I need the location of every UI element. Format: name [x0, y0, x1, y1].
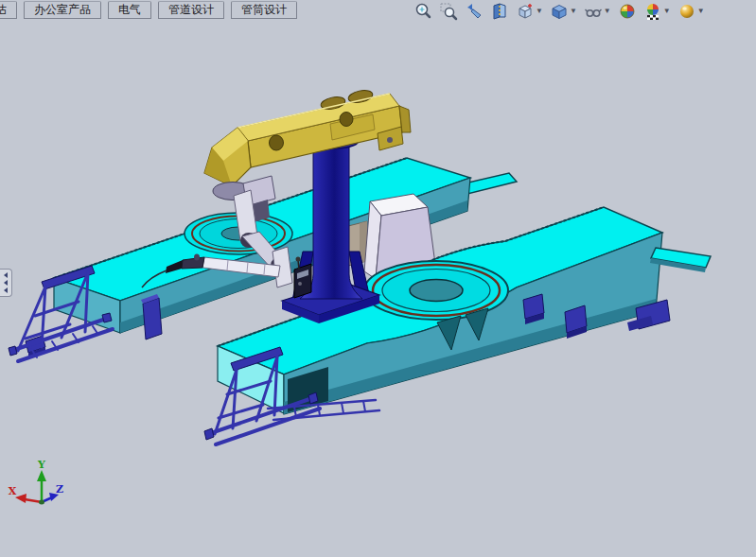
previous-view-button[interactable] [464, 1, 484, 22]
zoom-to-area-button[interactable] [438, 1, 459, 22]
display-style-button[interactable]: ▼ [549, 1, 578, 22]
tab-office-products[interactable]: 办公室产品 [24, 1, 101, 19]
command-manager-tabs: 估 办公室产品 电气 管道设计 管筒设计 [0, 1, 297, 19]
edit-appearance-icon [618, 2, 637, 21]
hide-show-items-button[interactable]: ▼ [583, 1, 612, 22]
heads-up-view-toolbar: ▼ ▼ ▼ [413, 1, 706, 21]
collapse-arrow-icon [4, 280, 8, 286]
tab-evaluate-partial[interactable]: 估 [0, 1, 17, 19]
display-style-icon [550, 2, 569, 21]
view-settings-button[interactable]: ▼ [677, 1, 706, 22]
view-orientation-icon [516, 2, 535, 21]
axis-label-y: Y [37, 459, 45, 471]
tab-tubing-design[interactable]: 管筒设计 [231, 1, 297, 19]
hide-show-items-caret[interactable]: ▼ [604, 8, 611, 15]
zoom-to-fit-icon [413, 2, 432, 21]
display-style-caret[interactable]: ▼ [570, 8, 577, 15]
zoom-to-area-icon [439, 2, 458, 21]
hide-show-items-icon [584, 2, 603, 21]
view-orientation-button[interactable]: ▼ [515, 1, 544, 22]
section-view-button[interactable] [489, 1, 510, 22]
apply-scene-icon [643, 2, 662, 21]
feature-panel-expander[interactable] [0, 269, 12, 297]
axis-label-z: Z [56, 483, 63, 496]
3d-viewport[interactable]: Y X Z [0, 0, 756, 557]
collapse-arrow-icon [4, 272, 8, 278]
apply-scene-button[interactable]: ▼ [642, 1, 672, 22]
section-view-icon [490, 2, 509, 21]
tab-electrical[interactable]: 电气 [108, 1, 151, 19]
axis-label-x: X [9, 485, 17, 497]
edit-appearance-button[interactable] [617, 1, 638, 22]
zoom-to-fit-button[interactable] [413, 1, 433, 22]
tab-piping-design[interactable]: 管道设计 [158, 1, 224, 19]
previous-view-icon [465, 2, 483, 21]
collapse-arrow-icon [4, 287, 8, 293]
view-settings-caret[interactable]: ▼ [697, 8, 705, 15]
view-orientation-caret[interactable]: ▼ [536, 8, 543, 15]
apply-scene-caret[interactable]: ▼ [663, 8, 671, 15]
solidworks-window: Y X Z 估 办公室产品 电气 管道设计 管筒设计 [0, 0, 756, 557]
view-settings-icon [677, 2, 696, 21]
